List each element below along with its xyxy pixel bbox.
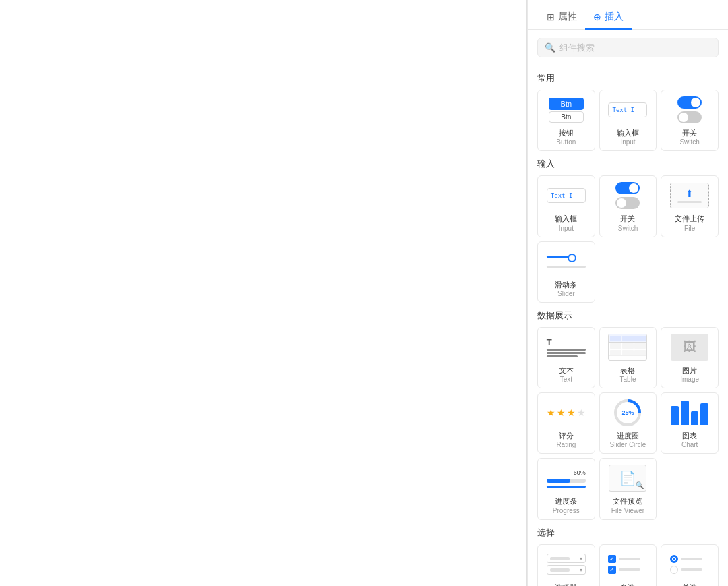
component-table[interactable]: 表格 Table bbox=[599, 327, 657, 388]
right-panel: ⊞ 属性 ⊕ 插入 🔍 常用 Btn Btn bbox=[527, 0, 728, 586]
component-name-en-button: Button bbox=[556, 138, 576, 146]
component-name-cn-rating: 评分 bbox=[559, 431, 574, 440]
component-name-cn-chart: 图表 bbox=[682, 431, 697, 440]
search-icon: 🔍 bbox=[545, 42, 555, 53]
component-file-viewer[interactable]: 📄 🔍 文件预览 File Viewer bbox=[599, 458, 657, 519]
tab-insert-label: 插入 bbox=[605, 11, 624, 23]
component-rating[interactable]: ★ ★ ★ ★ 评分 Rating bbox=[537, 392, 595, 454]
component-name-cn-progress: 进度条 bbox=[555, 496, 577, 506]
component-select[interactable]: ▾ ▾ 选择器 Select bbox=[537, 544, 595, 586]
component-name-cn-text: 文本 bbox=[559, 365, 574, 375]
component-preview-file: ⬆ bbox=[668, 180, 711, 211]
component-preview-image: 🖼 bbox=[668, 332, 711, 363]
component-file[interactable]: ⬆ 文件上传 File bbox=[661, 175, 719, 237]
component-name-cn-table: 表格 bbox=[620, 365, 635, 375]
component-name-cn-input2: 输入框 bbox=[555, 214, 577, 223]
component-switch2[interactable]: 开关 Switch bbox=[599, 175, 657, 237]
component-preview-checkbox: ✓ ✓ bbox=[606, 549, 649, 580]
component-preview-input: Text I bbox=[606, 94, 649, 125]
tab-properties-label: 属性 bbox=[558, 11, 577, 23]
section-title-data: 数据展示 bbox=[537, 310, 719, 322]
component-name-cn-checkbox: 多选 bbox=[620, 583, 635, 586]
component-switch[interactable]: 开关 Switch bbox=[661, 90, 719, 151]
component-button[interactable]: Btn Btn 按钮 Button bbox=[537, 90, 595, 151]
component-preview-text: T bbox=[545, 332, 588, 363]
canvas-area bbox=[0, 0, 527, 586]
component-name-cn-slider: 滑动条 bbox=[555, 280, 577, 289]
component-name-en-chart: Chart bbox=[681, 440, 698, 449]
component-preview-switch bbox=[668, 94, 711, 125]
component-input[interactable]: Text I 输入框 Input bbox=[599, 90, 657, 151]
component-name-cn-button: 按钮 bbox=[559, 128, 574, 138]
component-name-en-progress: Progress bbox=[553, 506, 580, 515]
component-checkbox[interactable]: ✓ ✓ 多选 Checkbox bbox=[599, 544, 657, 586]
component-image[interactable]: 🖼 图片 Image bbox=[661, 327, 719, 388]
component-name-en-file-viewer: File Viewer bbox=[611, 506, 644, 515]
component-preview-button: Btn Btn bbox=[545, 94, 588, 125]
component-name-cn-file: 文件上传 bbox=[675, 214, 704, 223]
component-name-cn-radio: 单选 bbox=[682, 583, 697, 586]
component-slider[interactable]: 滑动条 Slider bbox=[537, 241, 595, 303]
component-preview-slider bbox=[545, 246, 588, 277]
component-name-en-text: Text bbox=[560, 375, 572, 384]
component-name-en-table: Table bbox=[620, 375, 636, 384]
component-name-cn-slider-circle: 进度圈 bbox=[617, 431, 639, 440]
data-grid: T 文本 Text bbox=[537, 327, 719, 520]
section-title-common: 常用 bbox=[537, 72, 719, 84]
component-text[interactable]: T 文本 Text bbox=[537, 327, 595, 388]
component-chart[interactable]: 图表 Chart bbox=[661, 392, 719, 454]
component-preview-slider-circle: 25% bbox=[606, 397, 649, 428]
component-name-en-switch2: Switch bbox=[618, 224, 638, 233]
component-name-cn-input: 输入框 bbox=[617, 128, 639, 138]
component-name-en-slider: Slider bbox=[557, 289, 575, 298]
component-name-en-input: Input bbox=[620, 138, 635, 146]
input-grid: Text I 输入框 Input 开关 Switch bbox=[537, 175, 719, 303]
tab-properties[interactable]: ⊞ 属性 bbox=[539, 5, 585, 30]
component-name-en-input2: Input bbox=[559, 224, 574, 233]
component-name-en-file: File bbox=[684, 224, 695, 233]
component-name-cn-switch2: 开关 bbox=[620, 214, 635, 223]
component-preview-radio bbox=[668, 549, 711, 580]
component-name-cn-switch: 开关 bbox=[682, 128, 697, 138]
component-slider-circle[interactable]: 25% 进度圈 Slider Circle bbox=[599, 392, 657, 454]
component-progress[interactable]: 60% 进度条 Progress bbox=[537, 458, 595, 519]
component-preview-select: ▾ ▾ bbox=[545, 549, 588, 580]
component-preview-table bbox=[606, 332, 649, 363]
panel-content: 常用 Btn Btn 按钮 Button Text I bbox=[528, 65, 728, 586]
component-name-en-rating: Rating bbox=[556, 440, 576, 449]
select-grid: ▾ ▾ 选择器 Select ✓ bbox=[537, 544, 719, 586]
common-grid: Btn Btn 按钮 Button Text I 输入框 Input bbox=[537, 90, 719, 151]
component-name-en-switch: Switch bbox=[679, 138, 699, 146]
panel-tabs: ⊞ 属性 ⊕ 插入 bbox=[528, 0, 728, 30]
component-name-en-slider-circle: Slider Circle bbox=[610, 440, 646, 449]
component-radio[interactable]: 单选 Radio bbox=[661, 544, 719, 586]
component-name-cn-file-viewer: 文件预览 bbox=[613, 496, 642, 506]
section-title-input: 输入 bbox=[537, 158, 719, 170]
component-name-en-image: Image bbox=[680, 375, 699, 384]
component-preview-file-viewer: 📄 🔍 bbox=[606, 463, 649, 494]
component-name-cn-image: 图片 bbox=[682, 365, 697, 375]
component-preview-switch2 bbox=[606, 180, 649, 211]
component-preview-input2: Text I bbox=[545, 180, 588, 211]
properties-icon: ⊞ bbox=[547, 11, 555, 22]
component-preview-rating: ★ ★ ★ ★ bbox=[545, 397, 588, 428]
component-preview-chart bbox=[668, 397, 711, 428]
component-preview-progress: 60% bbox=[545, 463, 588, 494]
component-name-cn-select: 选择器 bbox=[555, 583, 577, 586]
section-title-select: 选择 bbox=[537, 527, 719, 539]
component-input2[interactable]: Text I 输入框 Input bbox=[537, 175, 595, 237]
tab-insert[interactable]: ⊕ 插入 bbox=[585, 5, 632, 30]
search-input[interactable] bbox=[559, 42, 711, 53]
insert-icon: ⊕ bbox=[593, 11, 601, 22]
search-area: 🔍 bbox=[528, 30, 728, 65]
search-wrap[interactable]: 🔍 bbox=[537, 38, 719, 57]
